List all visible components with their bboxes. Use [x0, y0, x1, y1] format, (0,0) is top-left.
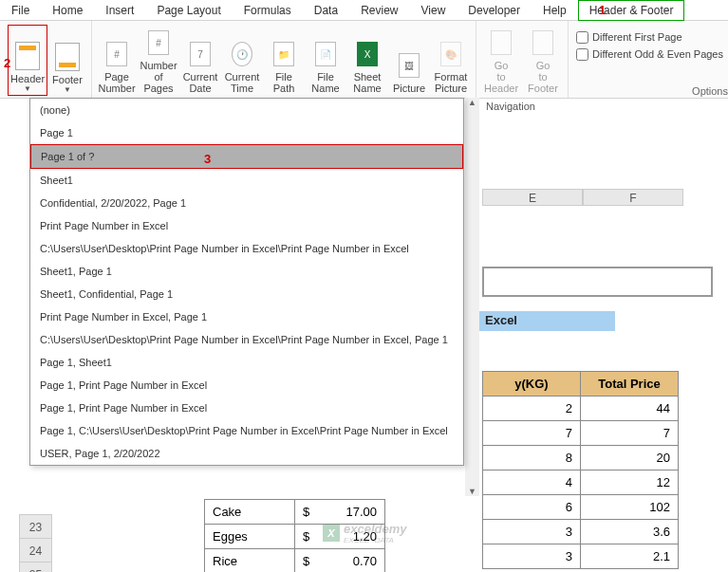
number-of-pages-button[interactable]: #Numberof Pages [138, 25, 179, 96]
current-time-button[interactable]: 🕐CurrentTime [221, 25, 263, 96]
menu-developer[interactable]: Developer [457, 0, 532, 21]
cell[interactable]: 17.00 [345, 505, 377, 519]
cell[interactable]: 4 [483, 471, 581, 495]
file-name-icon: 📄 [310, 39, 341, 69]
header-preset-option[interactable]: Page 1, Print Page Number in Excel [30, 374, 463, 397]
cell[interactable]: 3.6 [581, 520, 679, 544]
cell[interactable]: 2.1 [581, 544, 679, 569]
chevron-down-icon: ▼ [64, 85, 71, 94]
go-to-header-icon [486, 28, 516, 58]
header-dropdown-button[interactable]: Header ▼ [8, 25, 47, 96]
header-preset-option[interactable]: Print Page Number in Excel, Page 1 [30, 305, 463, 328]
cell[interactable]: 20 [581, 446, 679, 471]
row-header-24[interactable]: 24 [19, 538, 52, 563]
header-preset-option[interactable]: Page 1, Print Page Number in Excel [30, 397, 463, 419]
footer-icon [59, 63, 76, 67]
column-header-f[interactable]: F [583, 189, 683, 206]
cell[interactable]: 0.70 [353, 554, 377, 568]
format-picture-button[interactable]: 🎨FormatPicture [430, 25, 472, 96]
header-preset-option[interactable]: C:\Users\User\Desktop\Print Page Number … [30, 328, 463, 351]
page-number-button[interactable]: #PageNumber [96, 25, 138, 96]
cell[interactable]: 3 [483, 520, 581, 544]
cell[interactable]: 12 [581, 471, 679, 495]
go-to-footer-button[interactable]: Goto Footer [522, 25, 564, 96]
file-path-button[interactable]: 📁FilePath [263, 25, 305, 96]
current-date-icon: 7 [185, 39, 215, 69]
cell[interactable]: 44 [581, 397, 679, 421]
row-headers: 232425 [19, 515, 52, 572]
different-odd-even-checkbox[interactable]: Different Odd & Even Pages [572, 46, 724, 63]
footer-label: Footer [52, 74, 83, 85]
menu-help[interactable]: Help [532, 0, 578, 21]
header-preset-option[interactable]: Sheet1, Page 1 [30, 260, 463, 283]
menu-header-footer[interactable]: Header & Footer [578, 0, 685, 21]
header-preset-option[interactable]: Page 1 of ? [30, 144, 463, 169]
header-preset-option[interactable]: USER, Page 1, 2/20/2022 [30, 442, 463, 465]
watermark-text: exceldemy [344, 522, 407, 536]
go-to-header-button[interactable]: Goto Header [480, 25, 522, 96]
scroll-up-icon[interactable]: ▲ [468, 98, 476, 107]
number-of-pages-icon: # [143, 28, 174, 58]
cell[interactable]: 7 [581, 421, 679, 446]
diff-first-label: Different First Page [592, 31, 682, 43]
sheet-name-button[interactable]: XSheetName [346, 25, 388, 96]
watermark: X exceldemy EXCEL · DATA [323, 522, 407, 544]
header-preset-option[interactable]: Page 1, Sheet1 [30, 351, 463, 374]
different-first-page-checkbox[interactable]: Different First Page [572, 28, 724, 46]
menu-bar: FileHomeInsertPage LayoutFormulasDataRev… [0, 0, 728, 21]
format-picture-icon: 🎨 [436, 39, 466, 69]
cell[interactable]: Egges [205, 525, 295, 549]
picture-icon: 🖼 [394, 50, 424, 81]
cell[interactable]: 3 [483, 544, 581, 569]
header-preset-option[interactable]: Page 1 [30, 121, 463, 144]
menu-review[interactable]: Review [349, 0, 409, 21]
cell[interactable]: 102 [581, 495, 679, 520]
file-path-icon: 📁 [269, 39, 299, 69]
go-to-footer-icon [528, 28, 558, 58]
header-preset-option[interactable]: (none) [30, 99, 463, 121]
picture-button[interactable]: 🖼Picture [388, 25, 430, 96]
cell[interactable]: 7 [483, 421, 581, 446]
menu-view[interactable]: View [410, 0, 457, 21]
header-label: Header [10, 73, 45, 84]
annotation-1: 1 [599, 3, 606, 17]
footer-dropdown-button[interactable]: Footer ▼ [47, 25, 87, 96]
header-preset-option[interactable]: Confidential, 2/20/2022, Page 1 [30, 192, 463, 214]
header-preset-option[interactable]: Print Page Number in Excel [30, 214, 463, 237]
menu-page-layout[interactable]: Page Layout [145, 0, 232, 21]
page-number-icon: # [102, 39, 132, 69]
scroll-down-icon[interactable]: ▼ [468, 487, 476, 496]
row-header-23[interactable]: 23 [19, 514, 52, 539]
watermark-sub: EXCEL · DATA [344, 536, 407, 544]
header-preset-option[interactable]: Sheet1, Confidential, Page 1 [30, 283, 463, 305]
excel-icon: X [323, 525, 340, 542]
cell[interactable]: Cake [205, 500, 295, 525]
menu-data[interactable]: Data [303, 0, 349, 21]
current-date-button[interactable]: 7CurrentDate [179, 25, 221, 96]
menu-home[interactable]: Home [41, 0, 94, 21]
ribbon: 2 Header ▼ Footer ▼ #PageNumber#Numberof… [0, 21, 728, 99]
cell[interactable]: 2 [483, 397, 581, 421]
file-name-button[interactable]: 📄FileName [305, 25, 346, 96]
dropdown-scrollbar[interactable]: ▲▼ [465, 98, 479, 496]
header-icon [19, 46, 36, 50]
col-total[interactable]: Total Price [581, 372, 679, 397]
highlighted-cell[interactable]: Excel [479, 311, 615, 331]
visible-table: y(KG)Total Price 244 77 820 412 6102 33.… [482, 371, 679, 569]
menu-file[interactable]: File [0, 0, 41, 21]
cell[interactable]: 6 [483, 495, 581, 520]
cell[interactable]: 8 [483, 446, 581, 471]
diff-odd-label: Different Odd & Even Pages [592, 48, 723, 60]
col-qty[interactable]: y(KG) [483, 372, 581, 397]
column-header-e[interactable]: E [482, 189, 583, 206]
cell[interactable]: Rice [205, 549, 295, 573]
header-preset-option[interactable]: Sheet1 [30, 169, 463, 192]
selected-cell-outline[interactable] [482, 267, 713, 297]
column-headers: EF [482, 189, 683, 206]
menu-formulas[interactable]: Formulas [233, 0, 303, 21]
row-header-25[interactable]: 25 [19, 562, 52, 572]
header-preset-option[interactable]: Page 1, C:\Users\User\Desktop\Print Page… [30, 419, 463, 442]
menu-insert[interactable]: Insert [94, 0, 145, 21]
header-preset-option[interactable]: C:\Users\User\Desktop\Print Page Number … [30, 237, 463, 260]
current-time-icon: 🕐 [227, 39, 257, 69]
